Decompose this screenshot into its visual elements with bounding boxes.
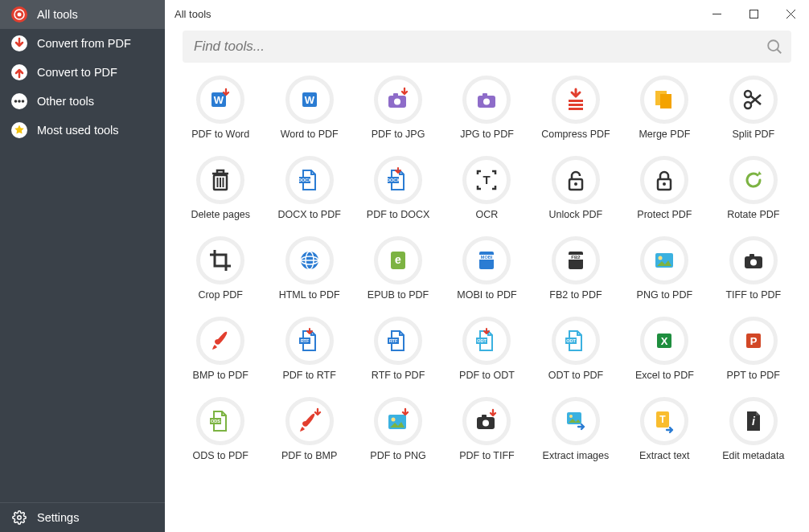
tool-jpg-to-pdf[interactable]: JPG to PDF <box>442 76 531 140</box>
png-in-icon <box>374 397 422 445</box>
svg-text:ODT: ODT <box>478 338 487 343</box>
settings-label: Settings <box>37 511 79 524</box>
settings-button[interactable]: Settings <box>0 503 165 532</box>
tool-label: Word to PDF <box>281 129 339 140</box>
sidebar-item-other-tools[interactable]: Other tools <box>0 87 165 116</box>
tool-label: OCR <box>476 209 499 220</box>
svg-text:W: W <box>214 94 224 106</box>
compress-icon <box>552 76 600 124</box>
tool-label: PDF to TIFF <box>459 450 515 461</box>
tool-label: Excel to PDF <box>635 370 694 381</box>
tool-label: ODS to PDF <box>192 450 248 461</box>
rtf-icon: RTF <box>374 317 422 365</box>
tool-label: Protect PDF <box>637 209 692 220</box>
tool-edit-metadata[interactable]: iEdit metadata <box>709 397 798 461</box>
tool-pdf-to-bmp[interactable]: PDF to BMP <box>265 397 353 461</box>
camera-icon <box>462 76 511 124</box>
arrow-up-icon <box>11 64 27 80</box>
sidebar-item-convert-to-pdf[interactable]: Convert to PDF <box>0 58 165 87</box>
svg-rect-86 <box>482 415 487 418</box>
tool-ocr[interactable]: TOCR <box>442 156 531 220</box>
svg-point-15 <box>768 40 778 51</box>
tool-pdf-to-jpg[interactable]: PDF to JPG <box>354 76 442 140</box>
svg-text:ODT: ODT <box>566 338 576 343</box>
tool-pdf-to-docx[interactable]: DOCXPDF to DOCX <box>354 156 442 220</box>
tool-ppt-to-pdf[interactable]: PPPT to PDF <box>709 317 798 381</box>
svg-text:RTF: RTF <box>389 338 398 343</box>
tool-label: DOCX to PDF <box>277 209 341 220</box>
svg-rect-29 <box>569 108 583 110</box>
close-button[interactable] <box>772 0 809 27</box>
svg-text:ODS: ODS <box>211 419 220 424</box>
svg-point-25 <box>483 99 490 105</box>
tool-pdf-to-word[interactable]: WPDF to Word <box>176 76 265 140</box>
sidebar-item-label: Convert to PDF <box>37 66 117 79</box>
svg-text:FB2: FB2 <box>571 255 581 260</box>
tool-extract-text[interactable]: TExtract text <box>620 397 708 461</box>
brush-icon <box>196 317 244 365</box>
tool-label: PNG to PDF <box>637 289 692 301</box>
tool-merge-pdf[interactable]: Merge PDF <box>620 76 708 140</box>
tool-label: Unlock PDF <box>549 209 603 220</box>
tool-label: PDF to RTF <box>282 370 335 381</box>
tool-split-pdf[interactable]: Split PDF <box>709 76 798 140</box>
tool-mobi-to-pdf[interactable]: MOBIMOBI to PDF <box>442 236 531 301</box>
tool-label: Merge PDF <box>639 129 690 140</box>
tool-pdf-to-odt[interactable]: ODTPDF to ODT <box>442 317 531 381</box>
tool-crop-pdf[interactable]: Crop PDF <box>176 236 265 301</box>
tool-compress-pdf[interactable]: Compress PDF <box>532 76 620 140</box>
svg-point-22 <box>394 99 400 105</box>
search-region <box>165 27 809 68</box>
svg-rect-38 <box>217 170 224 174</box>
tool-label: RTF to PDF <box>372 370 425 381</box>
tool-png-to-pdf[interactable]: PNG to PDF <box>620 236 708 301</box>
crop-icon <box>196 236 244 284</box>
tool-label: Extract text <box>639 450 690 461</box>
word-in-icon: W <box>196 76 244 124</box>
unlock-icon <box>552 156 600 204</box>
tool-delete-pages[interactable]: Delete pages <box>176 156 265 220</box>
tool-pdf-to-tiff[interactable]: PDF to TIFF <box>442 397 531 461</box>
tool-label: MOBI to PDF <box>457 289 516 301</box>
sidebar-item-most-used-tools[interactable]: Most used tools <box>0 116 165 145</box>
tool-fb2-to-pdf[interactable]: FB2FB2 to PDF <box>532 236 620 301</box>
tool-label: Crop PDF <box>198 289 243 301</box>
tool-label: EPUB to PDF <box>368 289 429 301</box>
tool-odt-to-pdf[interactable]: ODTODT to PDF <box>532 317 620 381</box>
tool-rtf-to-pdf[interactable]: RTFRTF to PDF <box>354 317 442 381</box>
sidebar-item-convert-from-pdf[interactable]: Convert from PDF <box>0 29 165 58</box>
tool-rotate-pdf[interactable]: Rotate PDF <box>709 156 798 220</box>
metadata-icon: i <box>729 397 778 445</box>
svg-text:T: T <box>483 173 491 186</box>
tool-label: PDF to JPG <box>372 129 425 140</box>
excel-icon: X <box>640 317 688 365</box>
svg-rect-12 <box>749 10 758 18</box>
svg-point-8 <box>22 100 25 103</box>
page-title: All tools <box>175 8 211 20</box>
ocr-icon: T <box>462 156 511 204</box>
tool-html-to-pdf[interactable]: HTML to PDF <box>265 236 353 301</box>
search-input[interactable] <box>183 31 791 63</box>
tool-ods-to-pdf[interactable]: ODSODS to PDF <box>176 397 265 461</box>
tool-unlock-pdf[interactable]: Unlock PDF <box>532 156 620 220</box>
sidebar-item-label: Other tools <box>37 95 94 108</box>
tool-docx-to-pdf[interactable]: DOCXDOCX to PDF <box>265 156 353 220</box>
minimize-button[interactable] <box>698 0 735 27</box>
tool-protect-pdf[interactable]: Protect PDF <box>620 156 708 220</box>
sidebar-item-label: Most used tools <box>37 124 119 137</box>
tool-epub-to-pdf[interactable]: eEPUB to PDF <box>354 236 442 301</box>
svg-point-64 <box>659 256 663 260</box>
tool-excel-to-pdf[interactable]: XExcel to PDF <box>620 317 708 381</box>
tool-tiff-to-pdf[interactable]: TIFF to PDF <box>709 236 798 301</box>
dots-icon <box>11 93 27 109</box>
tool-extract-images[interactable]: Extract images <box>532 397 620 461</box>
tool-pdf-to-png[interactable]: PDF to PNG <box>354 397 442 461</box>
tool-bmp-to-pdf[interactable]: BMP to PDF <box>176 317 265 381</box>
sidebar-item-all-tools[interactable]: All tools <box>0 0 165 29</box>
svg-text:X: X <box>661 335 668 347</box>
tool-word-to-pdf[interactable]: WWord to PDF <box>265 76 353 140</box>
svg-point-88 <box>569 415 573 418</box>
maximize-button[interactable] <box>735 0 772 27</box>
tool-pdf-to-rtf[interactable]: RTFPDF to RTF <box>265 317 353 381</box>
svg-point-85 <box>483 420 489 427</box>
